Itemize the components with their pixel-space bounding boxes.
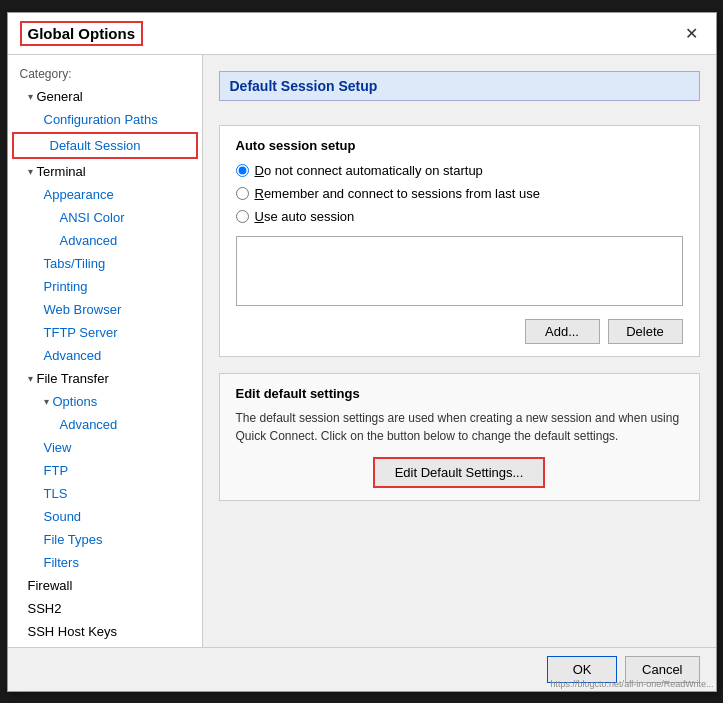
sidebar-label-ssh2: SSH2 — [28, 601, 62, 616]
sidebar-item-options[interactable]: ▾ Options — [8, 390, 202, 413]
sidebar-item-file-types[interactable]: File Types — [8, 528, 202, 551]
sidebar-label-advanced-terminal2: Advanced — [44, 348, 102, 363]
radio-label-no-connect: Do not connect automatically on startup — [255, 163, 483, 178]
edit-settings-section: Edit default settings The default sessio… — [219, 373, 700, 501]
title-bar: Global Options ✕ — [8, 13, 716, 55]
sidebar-label-tabs-tiling: Tabs/Tiling — [44, 256, 106, 271]
expand-icon-general: ▾ — [28, 91, 33, 102]
sidebar-label-advanced-options: Advanced — [60, 417, 118, 432]
global-options-dialog: Global Options ✕ Category: ▾ General Con… — [7, 12, 717, 692]
sidebar-label-filters: Filters — [44, 555, 79, 570]
sidebar-label-config-paths: Configuration Paths — [44, 112, 158, 127]
radio-remember[interactable] — [236, 187, 249, 200]
sidebar-label-file-transfer: File Transfer — [37, 371, 109, 386]
close-button[interactable]: ✕ — [679, 22, 704, 45]
sidebar-item-ssh2[interactable]: SSH2 — [8, 597, 202, 620]
sidebar-label-tls: TLS — [44, 486, 68, 501]
sidebar-item-general[interactable]: ▾ General — [8, 85, 202, 108]
expand-icon-file-transfer: ▾ — [28, 373, 33, 384]
expand-icon-terminal: ▾ — [28, 166, 33, 177]
sidebar-item-config-paths[interactable]: Configuration Paths — [8, 108, 202, 131]
sidebar-label-ssh-host-keys: SSH Host Keys — [28, 624, 118, 639]
radio-row-no-connect: Do not connect automatically on startup — [236, 163, 683, 178]
sidebar-item-printing[interactable]: Printing — [8, 275, 202, 298]
sidebar-label-firewall: Firewall — [28, 578, 73, 593]
expand-icon-options: ▾ — [44, 396, 49, 407]
radio-no-connect[interactable] — [236, 164, 249, 177]
sidebar-label-ansi-color: ANSI Color — [60, 210, 125, 225]
sidebar-label-appearance: Appearance — [44, 187, 114, 202]
auto-session-box: Auto session setup Do not connect automa… — [219, 125, 700, 357]
sidebar-item-tftp-server[interactable]: TFTP Server — [8, 321, 202, 344]
sidebar-label-printing: Printing — [44, 279, 88, 294]
sidebar-item-terminal[interactable]: ▾ Terminal — [8, 160, 202, 183]
category-sidebar: Category: ▾ General Configuration Paths … — [8, 55, 203, 647]
sidebar-item-ssh-host-keys[interactable]: SSH Host Keys — [8, 620, 202, 643]
delete-button[interactable]: Delete — [608, 319, 683, 344]
dialog-title: Global Options — [20, 21, 144, 46]
sidebar-label-advanced-terminal: Advanced — [60, 233, 118, 248]
watermark: https://blogcto.net/all-in-one/ReadWrite… — [551, 679, 714, 689]
sidebar-item-advanced-terminal[interactable]: Advanced — [8, 229, 202, 252]
sidebar-item-firewall[interactable]: Firewall — [8, 574, 202, 597]
radio-row-use-auto: Use auto session — [236, 209, 683, 224]
sidebar-item-advanced-terminal2[interactable]: Advanced — [8, 344, 202, 367]
sidebar-item-sound[interactable]: Sound — [8, 505, 202, 528]
sidebar-item-web-browser[interactable]: Web Browser — [8, 298, 202, 321]
edit-settings-description: The default session settings are used wh… — [236, 409, 683, 445]
sidebar-item-tabs-tiling[interactable]: Tabs/Tiling — [8, 252, 202, 275]
edit-settings-title: Edit default settings — [236, 386, 683, 401]
main-content: Default Session Setup Auto session setup… — [203, 55, 716, 647]
sidebar-label-file-types: File Types — [44, 532, 103, 547]
sidebar-item-ansi-color[interactable]: ANSI Color — [8, 206, 202, 229]
sidebar-label-general: General — [37, 89, 83, 104]
sidebar-item-view[interactable]: View — [8, 436, 202, 459]
radio-label-use-auto: Use auto session — [255, 209, 355, 224]
dialog-body: Category: ▾ General Configuration Paths … — [8, 55, 716, 647]
edit-default-settings-button[interactable]: Edit Default Settings... — [373, 457, 546, 488]
sidebar-item-file-transfer[interactable]: ▾ File Transfer — [8, 367, 202, 390]
sidebar-item-tls[interactable]: TLS — [8, 482, 202, 505]
radio-label-remember: Remember and connect to sessions from la… — [255, 186, 540, 201]
sidebar-label-tftp-server: TFTP Server — [44, 325, 118, 340]
sidebar-label-options: Options — [53, 394, 98, 409]
auto-session-textarea[interactable] — [236, 236, 683, 306]
sidebar-label-default-session: Default Session — [50, 138, 141, 153]
sidebar-label-terminal: Terminal — [37, 164, 86, 179]
sidebar-label-ftp: FTP — [44, 463, 69, 478]
sidebar-label-sound: Sound — [44, 509, 82, 524]
section-title: Default Session Setup — [219, 71, 700, 101]
radio-use-auto[interactable] — [236, 210, 249, 223]
radio-group-auto-session: Do not connect automatically on startup … — [236, 163, 683, 224]
sidebar-label-view: View — [44, 440, 72, 455]
sidebar-item-appearance[interactable]: Appearance — [8, 183, 202, 206]
sidebar-item-default-session[interactable]: Default Session — [12, 132, 198, 159]
auto-session-header: Auto session setup — [236, 138, 683, 153]
category-label: Category: — [8, 63, 202, 85]
sidebar-item-advanced-options[interactable]: Advanced — [8, 413, 202, 436]
add-button[interactable]: Add... — [525, 319, 600, 344]
add-delete-button-row: Add... Delete — [236, 319, 683, 344]
sidebar-item-ftp[interactable]: FTP — [8, 459, 202, 482]
sidebar-label-web-browser: Web Browser — [44, 302, 122, 317]
sidebar-item-filters[interactable]: Filters — [8, 551, 202, 574]
radio-row-remember: Remember and connect to sessions from la… — [236, 186, 683, 201]
